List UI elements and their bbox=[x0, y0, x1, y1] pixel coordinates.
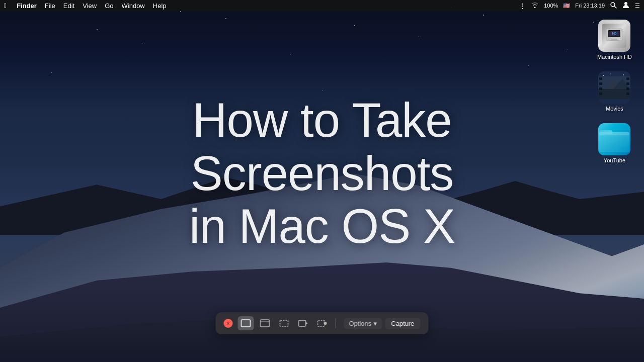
view-menu[interactable]: View bbox=[83, 2, 97, 10]
options-chevron-icon: ▾ bbox=[373, 320, 377, 327]
svg-rect-33 bbox=[298, 320, 305, 326]
movies-image bbox=[598, 71, 630, 104]
svg-text:HD: HD bbox=[612, 32, 616, 36]
title-line2: Screenshots bbox=[189, 146, 455, 200]
svg-rect-30 bbox=[260, 320, 269, 327]
capture-fullscreen-button[interactable] bbox=[237, 316, 254, 330]
svg-rect-5 bbox=[611, 39, 617, 40]
macintosh-hd-icon-item[interactable]: HD Macintosh HD bbox=[595, 18, 634, 62]
menubar-right: ⋮ 100% 🇺🇸 Fri 23:13:19 ☰ bbox=[519, 1, 640, 10]
svg-rect-32 bbox=[280, 320, 288, 326]
youtube-label: YouTube bbox=[604, 157, 625, 163]
svg-point-36 bbox=[324, 322, 327, 325]
svg-rect-24 bbox=[626, 93, 629, 95]
wifi-signal-icon bbox=[531, 2, 539, 9]
svg-rect-20 bbox=[599, 93, 602, 95]
youtube-image bbox=[598, 123, 630, 155]
title-container: How to Take Screenshots in Mac OS X bbox=[189, 94, 455, 253]
svg-rect-23 bbox=[626, 87, 629, 90]
menubar-left:  Finder File Edit View Go Window Help bbox=[4, 2, 167, 10]
flag-icon: 🇺🇸 bbox=[563, 3, 570, 9]
capture-button[interactable]: Capture bbox=[385, 318, 420, 329]
edit-menu[interactable]: Edit bbox=[63, 2, 74, 10]
menubar:  Finder File Edit View Go Window Help ⋮… bbox=[0, 0, 644, 11]
svg-rect-21 bbox=[626, 77, 629, 80]
finder-menu[interactable]: Finder bbox=[17, 2, 37, 10]
svg-rect-17 bbox=[599, 77, 602, 80]
window-icon bbox=[260, 319, 270, 327]
record-screen-icon bbox=[298, 319, 308, 327]
macintosh-hd-image: HD bbox=[598, 20, 630, 52]
svg-point-15 bbox=[611, 73, 612, 74]
title-line3: in Mac OS X bbox=[189, 200, 455, 253]
screenshot-toolbar: × Options ▾ bbox=[215, 312, 428, 334]
svg-rect-19 bbox=[599, 87, 602, 90]
user-icon[interactable] bbox=[622, 1, 630, 10]
go-menu[interactable]: Go bbox=[105, 2, 113, 10]
record-selection-button[interactable] bbox=[314, 316, 330, 330]
search-icon[interactable] bbox=[610, 2, 617, 10]
apple-menu[interactable]:  bbox=[4, 2, 7, 10]
svg-rect-22 bbox=[626, 82, 629, 85]
title-line1: How to Take bbox=[189, 94, 455, 147]
toolbar-close-button[interactable]: × bbox=[223, 319, 232, 328]
svg-point-14 bbox=[603, 75, 604, 76]
svg-point-2 bbox=[624, 2, 627, 5]
close-icon: × bbox=[227, 321, 230, 326]
svg-rect-11 bbox=[598, 89, 630, 99]
svg-marker-34 bbox=[305, 322, 307, 325]
youtube-icon-item[interactable]: YouTube bbox=[596, 121, 632, 165]
wifi-icon: ⋮ bbox=[519, 2, 526, 10]
macintosh-hd-label: Macintosh HD bbox=[597, 54, 632, 60]
options-label: Options bbox=[349, 320, 371, 327]
svg-rect-35 bbox=[317, 320, 325, 326]
capture-selection-button[interactable] bbox=[276, 316, 292, 330]
title-text: How to Take Screenshots in Mac OS X bbox=[189, 94, 455, 253]
selection-icon bbox=[279, 319, 289, 327]
svg-line-1 bbox=[614, 6, 616, 8]
capture-label: Capture bbox=[391, 320, 414, 327]
record-screen-button[interactable] bbox=[295, 316, 311, 330]
control-center-icon[interactable]: ☰ bbox=[635, 3, 640, 9]
svg-rect-6 bbox=[609, 40, 619, 41]
file-menu[interactable]: File bbox=[45, 2, 55, 10]
clock: Fri 23:13:19 bbox=[575, 3, 605, 9]
svg-rect-18 bbox=[599, 82, 602, 85]
window-menu[interactable]: Window bbox=[122, 2, 145, 10]
svg-rect-29 bbox=[241, 320, 250, 327]
battery-label: 100% bbox=[544, 3, 558, 9]
help-menu[interactable]: Help bbox=[153, 2, 167, 10]
options-button[interactable]: Options ▾ bbox=[344, 318, 382, 329]
fullscreen-icon bbox=[240, 319, 251, 327]
toolbar-separator bbox=[335, 318, 336, 328]
svg-point-16 bbox=[623, 74, 624, 75]
capture-window-button[interactable] bbox=[257, 316, 273, 330]
record-selection-icon bbox=[317, 319, 327, 327]
movies-label: Movies bbox=[606, 106, 623, 112]
movies-icon-item[interactable]: Movies bbox=[596, 69, 632, 114]
desktop-icons: HD Macintosh HD bbox=[595, 18, 634, 170]
svg-rect-28 bbox=[599, 132, 629, 135]
